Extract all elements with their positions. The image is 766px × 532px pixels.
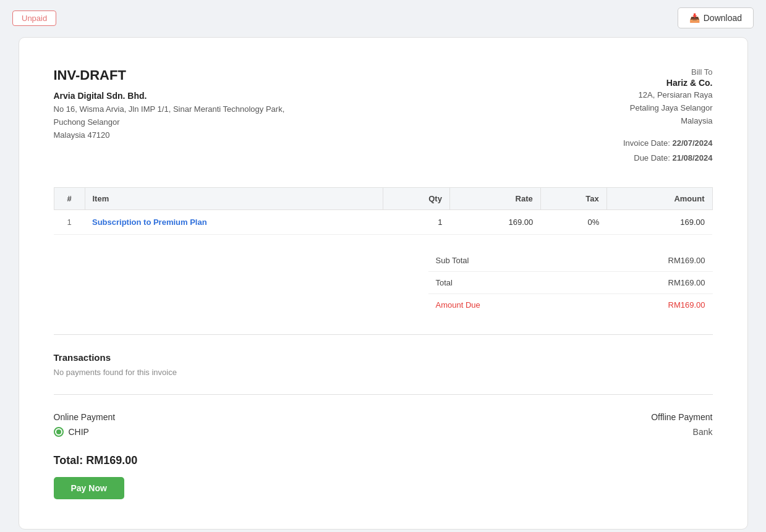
invoice-dates: Invoice Date: 22/07/2024 Due Date: 21/08…: [552, 136, 713, 165]
chip-radio[interactable]: [54, 427, 64, 437]
totals-section: Sub Total RM169.00 Total RM169.00 Amount…: [54, 250, 713, 316]
company-address: No 16, Wisma Arvia, Jln IMP 1/1, Sinar M…: [54, 103, 552, 141]
cell-tax: 0%: [540, 210, 606, 235]
bill-to-section: Bill To Hariz & Co. 12A, Persiaran Raya …: [552, 67, 713, 165]
cell-amount: 169.00: [606, 210, 712, 235]
bill-to-label: Bill To: [552, 67, 713, 77]
cell-rate: 169.00: [449, 210, 540, 235]
no-payments-text: No payments found for this invoice: [54, 368, 713, 377]
totals-table: Sub Total RM169.00 Total RM169.00 Amount…: [428, 250, 713, 316]
total-row: Total RM169.00: [428, 272, 713, 294]
section-divider-2: [54, 394, 713, 395]
col-amount: Amount: [606, 188, 712, 210]
table-header-row: # Item Qty Rate Tax Amount: [54, 188, 712, 210]
chip-label: CHIP: [69, 427, 89, 437]
col-num: #: [54, 188, 85, 210]
transactions-section: Transactions No payments found for this …: [54, 352, 713, 377]
download-icon: 📥: [689, 13, 700, 23]
table-row: 1 Subscription to Premium Plan 1 169.00 …: [54, 210, 712, 235]
subtotal-row: Sub Total RM169.00: [428, 250, 713, 272]
bank-label: Bank: [651, 427, 712, 437]
bill-to-address: 12A, Persiaran Raya Petaling Jaya Selang…: [552, 89, 713, 127]
total-amount-label: Total: RM169.00: [54, 454, 713, 467]
online-payment: Online Payment CHIP: [54, 412, 116, 437]
bill-to-name: Hariz & Co.: [552, 78, 713, 88]
chip-radio-inner: [56, 429, 61, 434]
col-tax: Tax: [540, 188, 606, 210]
company-info: INV-DRAFT Arvia Digital Sdn. Bhd. No 16,…: [54, 67, 552, 141]
offline-payment: Offline Payment Bank: [651, 412, 712, 437]
cell-item: Subscription to Premium Plan: [85, 210, 383, 235]
download-button[interactable]: 📥 Download: [678, 7, 754, 28]
col-qty: Qty: [383, 188, 450, 210]
pay-now-button[interactable]: Pay Now: [54, 477, 124, 499]
cell-qty: 1: [383, 210, 450, 235]
offline-payment-label: Offline Payment: [651, 412, 712, 422]
invoice-header: INV-DRAFT Arvia Digital Sdn. Bhd. No 16,…: [54, 67, 713, 165]
col-item: Item: [85, 188, 383, 210]
amount-due-row: Amount Due RM169.00: [428, 294, 713, 316]
invoice-table: # Item Qty Rate Tax Amount 1 Subscriptio…: [54, 187, 713, 235]
invoice-card: INV-DRAFT Arvia Digital Sdn. Bhd. No 16,…: [19, 37, 748, 530]
unpaid-badge: Unpaid: [12, 11, 56, 26]
payment-section: Online Payment CHIP Offline Payment Bank: [54, 412, 713, 437]
col-rate: Rate: [449, 188, 540, 210]
top-bar: Unpaid 📥 Download: [12, 7, 754, 28]
company-name: Arvia Digital Sdn. Bhd.: [54, 91, 552, 101]
transactions-title: Transactions: [54, 352, 713, 363]
online-payment-label: Online Payment: [54, 412, 116, 422]
chip-option[interactable]: CHIP: [54, 427, 116, 437]
invoice-number: INV-DRAFT: [54, 67, 552, 83]
cell-num: 1: [54, 210, 85, 235]
section-divider: [54, 334, 713, 335]
